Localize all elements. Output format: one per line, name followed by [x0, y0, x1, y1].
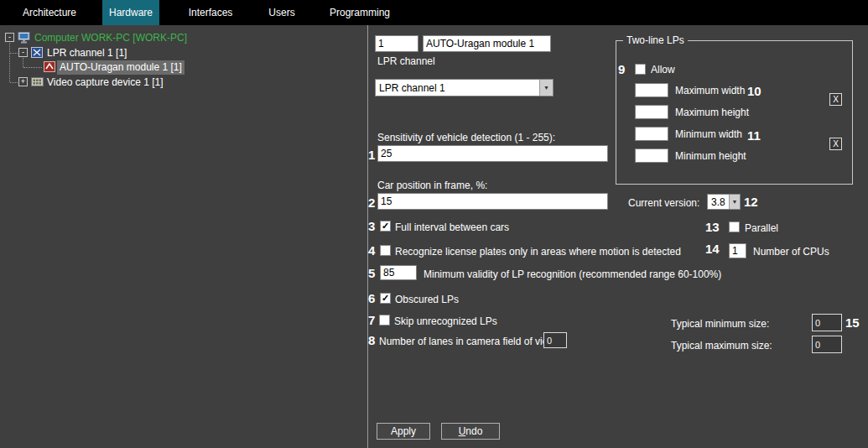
tree-expander-lpr-channel[interactable]: - [18, 48, 28, 57]
tree-item-uragan-module[interactable]: AUTO-Uragan module 1 [1] [57, 60, 185, 75]
sensitivity-label: Sensitivity of vehicle detection (1 - 25… [377, 132, 555, 143]
allow-label: Allow [651, 64, 675, 76]
allow-checkbox[interactable] [635, 64, 646, 75]
module-name-field[interactable] [423, 35, 551, 52]
application-window: Architecture Hardware Interfaces Users P… [0, 0, 868, 448]
lpr-channel-icon [31, 47, 43, 58]
car-position-input[interactable] [377, 193, 608, 210]
tree-item-video-capture[interactable]: Video capture device 1 [1] [47, 76, 164, 89]
parallel-checkbox[interactable] [729, 221, 740, 232]
typical-minimum-size-field[interactable] [812, 314, 842, 331]
video-capture-icon [31, 76, 44, 87]
full-interval-label: Full interval between cars [395, 221, 509, 233]
tree-expander-video-capture[interactable]: + [18, 77, 28, 86]
callout-12: 12 [744, 195, 758, 209]
skip-unrecognized-checkbox[interactable] [379, 315, 390, 326]
car-position-label: Car position in frame, %: [377, 180, 487, 191]
recognize-motion-label: Recognize license plates only in areas w… [395, 246, 681, 258]
callout-1: 1 [368, 148, 375, 162]
maximum-height-field[interactable] [635, 105, 668, 119]
cpus-label: Number of CPUs [753, 246, 829, 258]
maximum-height-label: Maximum height [675, 107, 749, 118]
callout-9: 9 [618, 62, 625, 76]
minimum-height-field[interactable] [635, 148, 668, 163]
min-validity-input[interactable] [380, 265, 417, 280]
tab-interfaces[interactable]: Interfaces [181, 0, 240, 25]
callout-7: 7 [368, 313, 375, 327]
computer-icon [18, 32, 31, 44]
apply-button[interactable]: Apply [377, 423, 430, 440]
callout-3: 3 [368, 219, 375, 233]
parallel-label: Parallel [745, 222, 778, 234]
minimum-height-label: Minimum height [675, 150, 746, 162]
callout-15: 15 [845, 315, 860, 330]
tab-programming[interactable]: Programming [324, 0, 396, 25]
tree-connector-line [9, 43, 10, 82]
skip-unrecognized-label: Skip unrecognized LPs [394, 315, 497, 327]
check-icon: ✓ [382, 293, 389, 303]
chevron-down-icon[interactable]: ▼ [539, 80, 553, 96]
lanes-field[interactable] [543, 332, 567, 348]
lpr-channel-label: LPR channel [377, 55, 435, 67]
top-tab-bar: Architecture Hardware Interfaces Users P… [0, 0, 868, 25]
chevron-down-icon[interactable]: ▼ [729, 195, 740, 209]
callout-8: 8 [368, 333, 375, 347]
typical-minimum-size-label: Typical minimum size: [671, 318, 769, 330]
tree-item-lpr-channel[interactable]: LPR channel 1 [1] [47, 47, 127, 60]
undo-accelerator: U [459, 425, 466, 437]
minimum-width-label: Minimum width [675, 128, 742, 140]
typical-maximum-size-field[interactable] [812, 336, 842, 353]
uragan-module-icon [44, 61, 55, 72]
callout-13: 13 [705, 220, 720, 234]
undo-rest: ndo [465, 425, 482, 437]
callout-2: 2 [368, 195, 375, 210]
undo-button[interactable]: Undo [441, 423, 500, 440]
callout-10: 10 [747, 84, 761, 98]
tree-item-computer[interactable]: Computer WORK-PC [WORK-PC] [34, 32, 187, 44]
lpr-channel-select[interactable]: LPR channel 1 ▼ [375, 79, 554, 96]
clear-maximum-size-button[interactable]: X [829, 93, 842, 106]
callout-14: 14 [705, 242, 720, 256]
tree-connector-line [23, 67, 42, 68]
min-validity-label: Minimum validity of LP recognition (reco… [424, 268, 721, 280]
module-id-field[interactable] [375, 35, 418, 52]
tree-expander-computer[interactable]: - [5, 33, 14, 42]
typical-maximum-size-label: Typical maximum size: [671, 340, 772, 352]
tab-users[interactable]: Users [260, 0, 304, 25]
full-interval-checkbox[interactable]: ✓ [380, 221, 391, 232]
two-line-lps-group-title: Two-line LPs [623, 34, 688, 46]
cpus-input[interactable] [729, 243, 746, 258]
tab-architecture[interactable]: Architecture [15, 0, 84, 25]
lanes-label: Number of lanes in camera field of view: [379, 336, 558, 347]
check-icon: ✓ [382, 221, 389, 231]
minimum-width-field[interactable] [635, 127, 668, 141]
lpr-channel-selected-value: LPR channel 1 [376, 82, 539, 94]
callout-5: 5 [368, 266, 375, 280]
recognize-motion-checkbox[interactable] [380, 245, 391, 256]
tab-hardware[interactable]: Hardware [102, 0, 159, 25]
callout-11: 11 [747, 128, 761, 143]
callout-4: 4 [368, 243, 375, 258]
maximum-width-label: Maximum width [675, 85, 745, 96]
current-version-select[interactable]: 3.8 ▼ [707, 194, 741, 210]
current-version-value: 3.8 [708, 196, 729, 208]
obscured-lps-checkbox[interactable]: ✓ [380, 293, 391, 304]
tree-connector-line [10, 82, 18, 83]
obscured-lps-label: Obscured LPs [395, 294, 459, 305]
callout-6: 6 [368, 291, 375, 305]
tree-connector-line [10, 53, 18, 54]
sensitivity-input[interactable] [377, 145, 608, 162]
current-version-label: Current version: [628, 197, 699, 209]
tree-connector-line [23, 58, 23, 67]
clear-minimum-size-button[interactable]: X [829, 138, 842, 150]
maximum-width-field[interactable] [635, 83, 668, 97]
